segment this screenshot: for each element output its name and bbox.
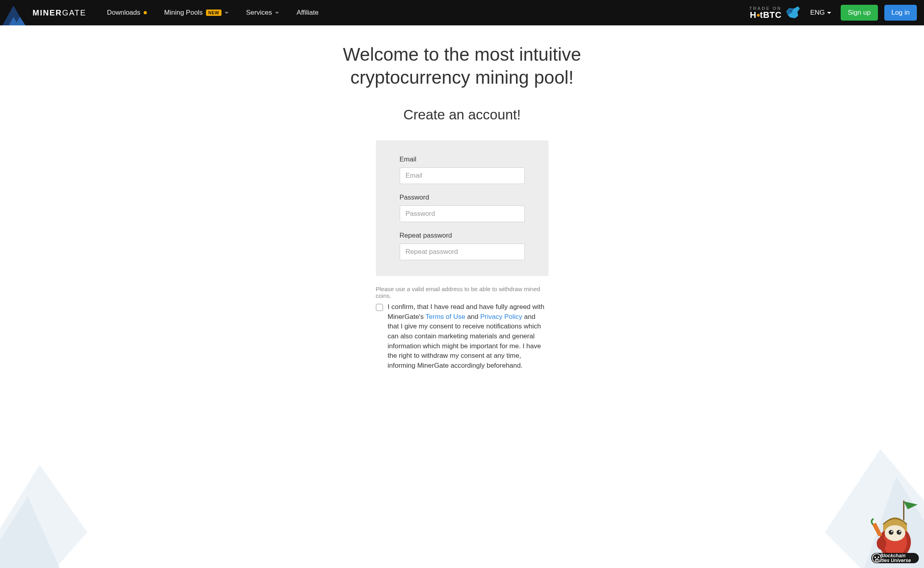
password-input[interactable] — [400, 205, 525, 222]
trade-on-text: TRADE ON HtBTC — [749, 6, 782, 19]
nav-affiliate[interactable]: Affiliate — [288, 0, 327, 25]
svg-point-15 — [877, 537, 886, 550]
cuties-label: Blockchain Cuties Universe — [864, 553, 922, 563]
chevron-down-icon — [225, 12, 229, 14]
brand-text: MinerGate — [33, 8, 86, 17]
signup-button[interactable]: Sign up — [841, 5, 878, 21]
decor-mountain-left-icon — [0, 449, 143, 568]
svg-point-14 — [899, 531, 901, 532]
status-dot-icon — [144, 11, 147, 14]
login-button[interactable]: Log in — [884, 5, 917, 21]
dot-icon — [757, 14, 760, 17]
svg-point-2 — [790, 10, 791, 11]
repeat-password-input[interactable] — [400, 244, 525, 260]
trade-on-hitbtc[interactable]: TRADE ON HtBTC — [749, 5, 801, 21]
signup-form: Email Password Repeat password — [376, 140, 549, 276]
nav-services[interactable]: Services — [237, 0, 288, 25]
page-subtitle: Create an account! — [8, 107, 916, 123]
disclaimer-text: Please use a valid email address to be a… — [376, 286, 549, 299]
svg-point-11 — [889, 530, 893, 535]
svg-point-10 — [885, 525, 905, 541]
language-selector[interactable]: ENG — [807, 9, 834, 17]
bull-icon — [785, 5, 801, 21]
consent-checkbox[interactable] — [376, 304, 383, 311]
main-nav: Downloads Mining Pools NEW Services Affi… — [98, 0, 327, 25]
header: MinerGate Downloads Mining Pools NEW Ser… — [0, 0, 924, 25]
nav-mining-pools[interactable]: Mining Pools NEW — [156, 0, 238, 25]
terms-link[interactable]: Terms of Use — [425, 313, 465, 320]
svg-marker-4 — [0, 497, 60, 568]
chevron-down-icon — [275, 12, 279, 14]
password-label: Password — [400, 194, 525, 201]
new-badge: NEW — [206, 10, 221, 16]
repeat-password-label: Repeat password — [400, 232, 525, 240]
svg-point-12 — [897, 530, 901, 535]
nav-downloads[interactable]: Downloads — [98, 0, 155, 25]
header-right: TRADE ON HtBTC ENG Sign up Log in — [749, 5, 920, 21]
blockchain-cuties-promo[interactable]: Blockchain Cuties Universe — [864, 497, 922, 566]
chevron-down-icon — [827, 12, 831, 14]
consent-text: I confirm, that I have read and have ful… — [388, 302, 549, 370]
logo[interactable]: MinerGate — [0, 0, 98, 25]
email-input[interactable] — [400, 167, 525, 184]
svg-marker-3 — [0, 465, 87, 568]
logo-mountain-icon — [0, 0, 28, 25]
privacy-link[interactable]: Privacy Policy — [480, 313, 522, 320]
svg-point-13 — [891, 531, 893, 532]
main-content: Welcome to the most intuitive cryptocurr… — [0, 25, 924, 410]
email-label: Email — [400, 155, 525, 163]
page-title: Welcome to the most intuitive cryptocurr… — [283, 43, 641, 89]
